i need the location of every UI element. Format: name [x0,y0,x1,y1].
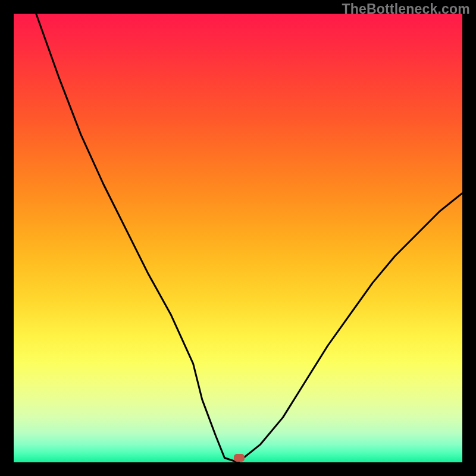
min-marker [234,454,245,462]
watermark-text: TheBottleneck.com [342,1,470,17]
chart-frame: TheBottleneck.com [0,0,476,476]
curve-layer [14,14,462,462]
plot-area [14,14,462,462]
bottleneck-curve [36,14,462,462]
